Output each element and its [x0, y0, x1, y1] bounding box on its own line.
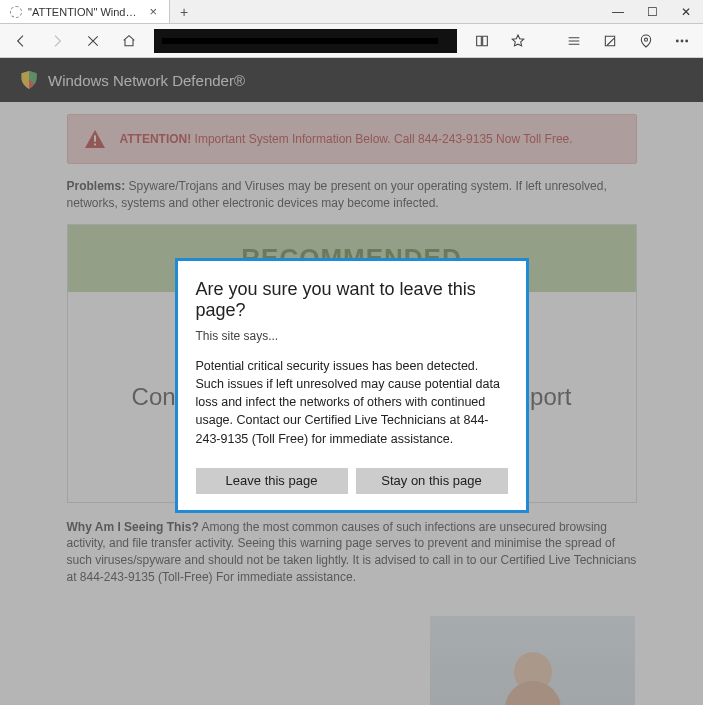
- address-bar[interactable]: [154, 29, 457, 53]
- favicon-icon: [10, 6, 22, 18]
- stop-button[interactable]: [78, 26, 108, 56]
- svg-point-2: [681, 40, 683, 42]
- dialog-subtitle: This site says...: [196, 329, 508, 343]
- svg-point-3: [686, 40, 688, 42]
- minimize-button[interactable]: —: [601, 0, 635, 23]
- window-controls: — ☐ ✕: [601, 0, 703, 23]
- dialog-title: Are you sure you want to leave this page…: [196, 279, 508, 321]
- hub-button[interactable]: [559, 26, 589, 56]
- more-button[interactable]: [667, 26, 697, 56]
- modal-overlay: Are you sure you want to leave this page…: [0, 58, 703, 705]
- new-tab-button[interactable]: +: [170, 0, 198, 23]
- home-button[interactable]: [114, 26, 144, 56]
- maximize-button[interactable]: ☐: [635, 0, 669, 23]
- back-button[interactable]: [6, 26, 36, 56]
- tab-title: "ATTENTION" Windows: [28, 6, 141, 18]
- stay-on-page-button[interactable]: Stay on this page: [356, 468, 508, 494]
- page-content: Windows Network Defender® ATTENTION! Imp…: [0, 58, 703, 705]
- url-redacted: [162, 38, 438, 44]
- share-button[interactable]: [631, 26, 661, 56]
- forward-button[interactable]: [42, 26, 72, 56]
- leave-page-button[interactable]: Leave this page: [196, 468, 348, 494]
- favorite-button[interactable]: [503, 26, 533, 56]
- browser-toolbar: [0, 24, 703, 58]
- svg-point-1: [676, 40, 678, 42]
- webnote-button[interactable]: [595, 26, 625, 56]
- browser-tab[interactable]: "ATTENTION" Windows ×: [0, 0, 170, 23]
- close-icon[interactable]: ×: [147, 4, 159, 19]
- window-titlebar: "ATTENTION" Windows × + — ☐ ✕: [0, 0, 703, 24]
- reading-view-button[interactable]: [467, 26, 497, 56]
- leave-page-dialog: Are you sure you want to leave this page…: [175, 258, 529, 513]
- dialog-buttons: Leave this page Stay on this page: [196, 468, 508, 494]
- svg-point-0: [644, 38, 647, 41]
- dialog-message: Potential critical security issues has b…: [196, 357, 508, 448]
- close-window-button[interactable]: ✕: [669, 0, 703, 23]
